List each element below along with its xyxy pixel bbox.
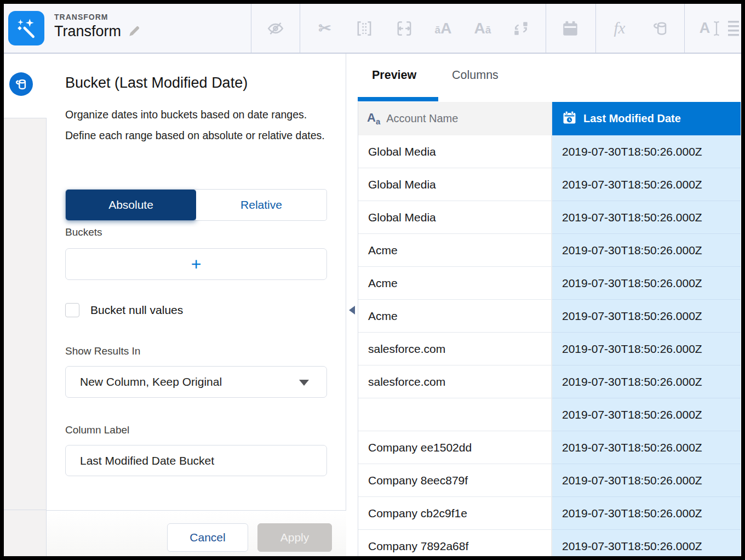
text-cursor-icon: A bbox=[700, 20, 721, 37]
extract-button[interactable]: ✂ bbox=[308, 4, 342, 53]
tab-columns[interactable]: Columns bbox=[452, 54, 498, 97]
toolbar-divider bbox=[251, 4, 251, 53]
table-row: Company ee1502dd 2019-07-30T18:50:26.000… bbox=[358, 431, 741, 464]
last-modified-date-cell: 2019-07-30T18:50:26.000Z bbox=[552, 234, 741, 267]
cancel-button[interactable]: Cancel bbox=[167, 523, 248, 552]
last-modified-date-cell: 2019-07-30T18:50:26.000Z bbox=[552, 168, 741, 201]
node-type-eyebrow: TRANSFORM bbox=[54, 13, 142, 21]
absolute-toggle-button[interactable]: Absolute bbox=[66, 190, 196, 220]
last-modified-date-cell: 2019-07-30T18:50:26.000Z bbox=[552, 431, 741, 464]
text-type-icon: Aa bbox=[367, 112, 380, 125]
last-modified-date-cell: 2019-07-30T18:50:26.000Z bbox=[552, 135, 741, 168]
buckets-label: Buckets bbox=[65, 226, 102, 238]
last-modified-date-cell: 2019-07-30T18:50:26.000Z bbox=[552, 333, 741, 365]
table-row: 2019-07-30T18:50:26.000Z bbox=[358, 398, 741, 431]
chevron-down-icon bbox=[299, 380, 309, 386]
scissors-icon: ✂ bbox=[318, 21, 331, 36]
table-row: Company cb2c9f1e 2019-07-30T18:50:26.000… bbox=[358, 497, 741, 530]
more-tools-button[interactable] bbox=[728, 4, 741, 53]
preview-region: Preview Columns Aa Account Name bbox=[358, 54, 741, 556]
account-name-cell: Company cb2c9f1e bbox=[358, 497, 552, 530]
collapse-panel-handle[interactable] bbox=[349, 306, 355, 315]
panel-footer: Cancel Apply bbox=[47, 510, 346, 556]
toolbar-divider bbox=[595, 4, 596, 53]
toolbar-divider bbox=[300, 4, 300, 53]
node-title: Transform bbox=[54, 23, 121, 40]
table-row: Company 7892a68f 2019-07-30T18:50:26.000… bbox=[358, 530, 741, 556]
table-row: salesforce.com 2019-07-30T18:50:26.000Z bbox=[358, 365, 741, 398]
top-bar: TRANSFORM Transform bbox=[4, 4, 741, 54]
list-icon bbox=[728, 19, 741, 38]
column-header-label: Account Name bbox=[386, 112, 458, 125]
split-button[interactable] bbox=[387, 4, 421, 53]
replace-button[interactable] bbox=[504, 4, 538, 53]
transform-node-tile bbox=[8, 11, 44, 45]
magic-wand-icon bbox=[15, 16, 38, 41]
table-row: Acme 2019-07-30T18:50:26.000Z bbox=[358, 300, 741, 333]
account-name-cell: salesforce.com bbox=[358, 365, 552, 398]
bucket-config-panel: Bucket (Last Modified Date) Organize dat… bbox=[47, 54, 346, 556]
edit-title-pencil-icon[interactable] bbox=[128, 24, 142, 40]
table-row: Acme 2019-07-30T18:50:26.000Z bbox=[358, 267, 741, 300]
eye-slash-icon bbox=[266, 19, 285, 38]
account-name-cell: Company ee1502dd bbox=[358, 431, 552, 464]
table-row: Global Media 2019-07-30T18:50:26.000Z bbox=[358, 135, 741, 168]
column-label-input[interactable]: Last Modified Date Bucket bbox=[65, 445, 327, 476]
relative-toggle-button[interactable]: Relative bbox=[196, 190, 326, 220]
edit-values-button[interactable]: A bbox=[693, 4, 727, 53]
table-row: Global Media 2019-07-30T18:50:26.000Z bbox=[358, 168, 741, 201]
table-row: Company 8eec879f 2019-07-30T18:50:26.000… bbox=[358, 464, 741, 497]
to-lowercase-button[interactable]: Aā bbox=[466, 4, 500, 53]
toolbar-divider bbox=[684, 4, 685, 53]
tab-preview[interactable]: Preview bbox=[372, 54, 416, 97]
account-name-cell bbox=[358, 398, 552, 431]
preview-table-body: Global Media 2019-07-30T18:50:26.000Z Gl… bbox=[358, 135, 741, 556]
last-modified-date-cell: 2019-07-30T18:50:26.000Z bbox=[552, 530, 741, 556]
show-results-label: Show Results In bbox=[65, 345, 140, 357]
column-label-value: Last Modified Date Bucket bbox=[80, 454, 214, 467]
show-results-value: New Column, Keep Original bbox=[80, 375, 222, 388]
last-modified-date-cell: 2019-07-30T18:50:26.000Z bbox=[552, 398, 741, 431]
date-mode-toggle: Absolute Relative bbox=[65, 189, 327, 221]
node-header: TRANSFORM Transform bbox=[54, 13, 142, 40]
bucket-null-checkbox[interactable] bbox=[65, 303, 79, 317]
account-name-cell: Acme bbox=[358, 234, 552, 267]
account-name-cell: Global Media bbox=[358, 135, 552, 168]
last-modified-date-cell: 2019-07-30T18:50:26.000Z bbox=[552, 300, 741, 333]
footer-divider-line bbox=[4, 510, 47, 510]
plus-icon: + bbox=[191, 254, 202, 275]
datetime-type-icon bbox=[562, 110, 577, 128]
last-modified-date-cell: 2019-07-30T18:50:26.000Z bbox=[552, 497, 741, 530]
column-header-account-name[interactable]: Aa Account Name bbox=[358, 102, 552, 135]
column-label-label: Column Label bbox=[65, 424, 129, 436]
account-name-cell: Global Media bbox=[358, 168, 552, 201]
replace-swap-icon bbox=[512, 19, 530, 38]
hide-column-button[interactable] bbox=[259, 4, 293, 53]
drop-columns-button[interactable] bbox=[347, 4, 381, 53]
bucket-null-row: Bucket null values bbox=[65, 303, 183, 317]
account-name-cell: Company 8eec879f bbox=[358, 464, 552, 497]
preview-table: Aa Account Name Last Mod bbox=[358, 102, 741, 556]
column-header-label: Last Modified Date bbox=[583, 112, 681, 125]
uppercase-icon: āA bbox=[435, 21, 452, 36]
account-name-cell: salesforce.com bbox=[358, 333, 552, 365]
bucket-node-icon[interactable] bbox=[9, 72, 33, 96]
date-transform-button[interactable] bbox=[553, 4, 587, 53]
account-name-cell: Global Media bbox=[358, 201, 552, 234]
apply-button[interactable]: Apply bbox=[257, 523, 332, 552]
bucket-button[interactable] bbox=[644, 4, 678, 53]
table-row: Global Media 2019-07-30T18:50:26.000Z bbox=[358, 201, 741, 234]
account-name-cell: Acme bbox=[358, 300, 552, 333]
last-modified-date-cell: 2019-07-30T18:50:26.000Z bbox=[552, 267, 741, 300]
bucket-icon bbox=[651, 19, 670, 38]
formula-button[interactable]: fx bbox=[603, 4, 637, 53]
show-results-select[interactable]: New Column, Keep Original bbox=[65, 366, 327, 398]
add-bucket-button[interactable]: + bbox=[65, 248, 327, 280]
table-header-row: Aa Account Name Last Mod bbox=[358, 102, 741, 135]
column-header-last-modified-date[interactable]: Last Modified Date bbox=[552, 102, 741, 135]
split-columns-icon bbox=[395, 19, 414, 38]
bucket-null-label: Bucket null values bbox=[90, 304, 183, 317]
window-frame: TRANSFORM Transform bbox=[0, 0, 745, 560]
panel-title: Bucket (Last Modified Date) bbox=[65, 75, 248, 92]
to-uppercase-button[interactable]: āA bbox=[426, 4, 460, 53]
